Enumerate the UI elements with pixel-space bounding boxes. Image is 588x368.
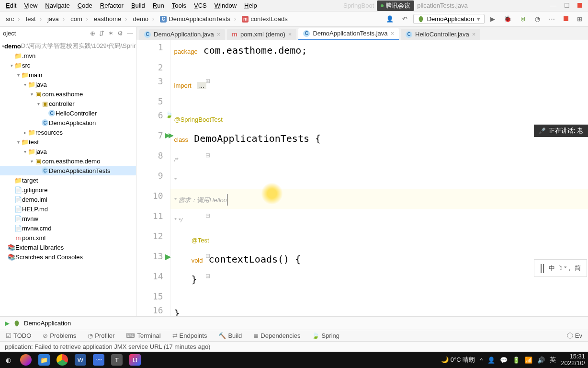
fold-handle[interactable]: ⊟	[205, 251, 210, 261]
tool-tab-dependencies[interactable]: ≣Dependencies	[250, 331, 303, 340]
tab-close-icon[interactable]: ×	[472, 31, 476, 38]
tool-tab-build[interactable]: 🔨Build	[215, 331, 245, 340]
tree-node-mvnw[interactable]: 📄mvnw	[0, 214, 136, 223]
tab-close-icon[interactable]: ×	[390, 30, 394, 37]
tree-node-HELP.md[interactable]: 📄HELP.md	[0, 204, 136, 214]
tree-node-java[interactable]: ▾📁java	[0, 147, 136, 156]
coverage-button[interactable]: ⛨	[517, 14, 529, 23]
menu-tools[interactable]: Tools	[168, 1, 190, 10]
code-line-3[interactable]: ⊞import ...	[170, 74, 588, 94]
tree-node-com.easthome[interactable]: ▾▣com.easthome	[0, 89, 136, 99]
code-line-5[interactable]	[170, 94, 588, 108]
tree-node-target[interactable]: 📁target	[0, 175, 136, 185]
file-explorer-icon[interactable]: 📁	[38, 354, 50, 366]
app-icon-2[interactable]: T	[111, 354, 123, 366]
tray-chevron-icon[interactable]: ^	[480, 356, 483, 364]
gutter-line-1[interactable]: 1	[136, 40, 170, 60]
code-line-6[interactable]: @SpringBootTest	[170, 108, 588, 128]
tray-net-icon[interactable]: 💬	[500, 356, 508, 364]
code-editor[interactable]: 1package com.easthome.demo;23⊞import ...…	[136, 40, 588, 316]
tray-wifi-icon[interactable]: 📶	[525, 356, 532, 364]
tree-node-pom.xml[interactable]: mpom.xml	[0, 233, 136, 242]
tool-tab-profiler[interactable]: ◔Profiler	[85, 331, 117, 340]
fold-handle[interactable]: ⊟	[205, 150, 210, 160]
tree-node-resources[interactable]: ▸📁resources	[0, 127, 136, 137]
code-line-11[interactable]: ⊟* */	[170, 209, 588, 229]
intellij-icon[interactable]: IJ	[129, 354, 141, 366]
tree-root[interactable]: ▾demo D:\河南大学智慧校园实践\1029\代码\SpringBo	[0, 41, 136, 51]
code-line-10[interactable]: * 需求：调用Helloo	[170, 189, 588, 209]
ime-indicator[interactable]: 英	[550, 356, 556, 364]
code-line-15[interactable]	[170, 289, 588, 303]
gutter-line-10[interactable]: 10	[136, 189, 170, 209]
tree-node-External Libraries[interactable]: 📚External Libraries	[0, 242, 136, 252]
tab-close-icon[interactable]: ×	[217, 31, 221, 38]
tree-node-test[interactable]: ▾📁test	[0, 137, 136, 147]
ime-float[interactable]: || 中 ☽ °， 简	[534, 259, 587, 277]
run-button[interactable]: ▶	[487, 14, 498, 23]
gutter-line-13[interactable]: 13▶	[136, 249, 170, 269]
breadcrumb-DemoApplicationTests[interactable]: C DemoApplicationTests	[157, 14, 239, 23]
tree-node-.mvn[interactable]: 📁.mvn	[0, 51, 136, 60]
run-configuration-select[interactable]: DemoApplication ▾	[413, 14, 485, 24]
code-line-12[interactable]: @Test	[170, 229, 588, 249]
gutter-line-3[interactable]: 3	[136, 74, 170, 94]
locate-icon[interactable]: ⊕	[90, 30, 95, 37]
minimize-button[interactable]: —	[550, 2, 556, 9]
tool-tab-todo[interactable]: ☑TODO	[3, 331, 34, 340]
breadcrumb-src[interactable]: src	[3, 14, 23, 23]
weather-widget[interactable]: 🌙 0°C 晴朗	[441, 356, 475, 364]
tray-volume-icon[interactable]: 🔊	[537, 356, 545, 364]
gutter-line-7[interactable]: 7▶▶	[136, 128, 170, 149]
tool-tab-endpoints[interactable]: ⇄Endpoints	[170, 331, 210, 340]
breadcrumb-contextLoads[interactable]: m contextLoads	[239, 14, 294, 23]
run-toolwindow-bar[interactable]: ▶ DemoApplication	[0, 316, 588, 330]
tree-node-controller[interactable]: ▾▣controller	[0, 99, 136, 108]
breadcrumb-java[interactable]: java	[45, 14, 68, 23]
gutter-line-12[interactable]: 12	[136, 229, 170, 249]
tab-close-icon[interactable]: ×	[288, 31, 292, 38]
breadcrumb-com[interactable]: com	[68, 14, 91, 23]
tool-tab-spring[interactable]: 🍃Spring	[309, 331, 342, 340]
code-line-13[interactable]: ⊟ void contextLoads() {	[170, 249, 588, 269]
menu-refactor[interactable]: Refactor	[96, 1, 127, 10]
menu-view[interactable]: View	[20, 1, 41, 10]
gutter-line-14[interactable]: 14	[136, 269, 170, 289]
menu-navigate[interactable]: Navigate	[41, 1, 73, 10]
firefox-icon[interactable]	[20, 354, 32, 366]
tree-node-DemoApplicationTests[interactable]: CDemoApplicationTests	[0, 166, 136, 175]
fold-handle[interactable]: ⊞	[205, 76, 210, 86]
gutter-line-16[interactable]: 16	[136, 303, 170, 316]
tree-node-src[interactable]: ▾📁src	[0, 60, 136, 70]
tray-user-icon[interactable]: 👤	[487, 356, 495, 364]
breadcrumb-easthome[interactable]: easthome	[91, 14, 130, 23]
stop-button[interactable]	[561, 14, 571, 23]
tree-node-.gitignore[interactable]: 📄.gitignore	[0, 185, 136, 195]
gutter-line-2[interactable]: 2	[136, 60, 170, 74]
gutter-line-5[interactable]: 5	[136, 94, 170, 108]
project-panel-header[interactable]: oject ⊕ ⇵ ✶ ⚙ —	[0, 27, 136, 40]
menu-edit[interactable]: Edit	[2, 1, 20, 10]
maximize-button[interactable]: ☐	[564, 2, 570, 9]
tray-battery-icon[interactable]: 🔋	[512, 356, 520, 364]
tree-node-com.easthome.demo[interactable]: ▾▣com.easthome.demo	[0, 156, 136, 166]
debug-button[interactable]: 🐞	[501, 14, 514, 23]
gutter-line-11[interactable]: 11	[136, 209, 170, 229]
code-line-9[interactable]: *	[170, 169, 588, 189]
attach-button[interactable]: ⋯	[546, 14, 558, 23]
gutter-line-9[interactable]: 9	[136, 169, 170, 189]
code-line-7[interactable]: class DemoApplicationTests {	[170, 128, 588, 149]
tree-node-java[interactable]: ▾📁java	[0, 80, 136, 89]
code-line-16[interactable]: }	[170, 303, 588, 316]
menu-code[interactable]: Code	[74, 1, 96, 10]
gutter-line-6[interactable]: 6🍃	[136, 108, 170, 128]
gutter-line-15[interactable]: 15	[136, 289, 170, 303]
tool-tab-problems[interactable]: ⊘Problems	[40, 331, 79, 340]
user-icon[interactable]: 👤	[383, 14, 396, 23]
fold-handle[interactable]: ⊟	[205, 211, 210, 220]
menu-window[interactable]: Window	[211, 1, 240, 10]
hide-icon[interactable]: —	[127, 30, 133, 37]
collapse-all-icon[interactable]: ✶	[108, 30, 113, 37]
code-line-8[interactable]: ⊟/*	[170, 149, 588, 169]
more-icon[interactable]: ⊞	[574, 14, 585, 23]
